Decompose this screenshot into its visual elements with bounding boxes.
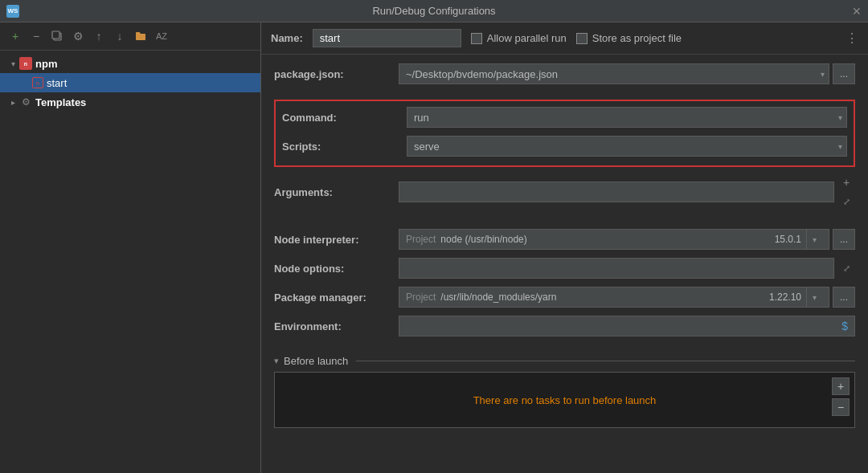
package-manager-path: /usr/lib/node_modules/yarn [440,292,556,303]
arguments-input[interactable] [399,181,834,202]
package-manager-label: Package manager: [274,292,399,304]
package-json-controls: ~/Desktop/bvdemo/package.json ▾ ... [399,63,855,84]
config-header: Name: Allow parallel run Store as projec… [261,22,868,55]
package-manager-project: Project [406,292,436,303]
node-interpreter-label: Node interpreter: [274,234,399,246]
package-manager-display: Project /usr/lib/node_modules/yarn 1.22.… [399,287,829,308]
allow-parallel-group: Allow parallel run [471,32,567,44]
arguments-actions: + ⤢ [837,173,855,210]
copy-button[interactable] [48,27,66,45]
start-icon: n [32,77,43,88]
environment-controls: $ [399,316,855,336]
sort-button[interactable]: AZ [153,27,170,45]
package-manager-dropdown-button[interactable]: ▾ [806,287,822,307]
arguments-row: Arguments: + ⤢ [261,170,868,214]
package-manager-version: 1.22.10 [769,292,801,303]
tree-item-npm[interactable]: ▾ n npm [0,54,260,73]
store-as-project-label: Store as project file [592,32,682,44]
before-launch-toggle[interactable]: ▾ [274,356,279,366]
before-launch-divider [356,361,855,361]
name-input[interactable] [313,29,461,47]
before-launch-box: There are no tasks to run before launch … [274,372,855,428]
up-button[interactable]: ↑ [90,27,108,45]
more-options-button[interactable]: ⋮ [845,31,858,46]
package-json-select-wrapper: ~/Desktop/bvdemo/package.json ▾ [399,63,829,84]
command-label: Command: [282,112,407,124]
scripts-row: Scripts: serve ▾ [282,133,847,159]
node-interpreter-dropdown-button[interactable]: ▾ [806,230,822,249]
right-panel: Name: Allow parallel run Store as projec… [261,22,868,473]
package-json-browse-button[interactable]: ... [833,63,855,84]
environment-label: Environment: [274,320,399,332]
tree-item-label-templates: Templates [35,96,86,108]
folder-button[interactable] [132,27,149,45]
before-launch-title: Before launch [284,355,348,367]
down-button[interactable]: ↓ [111,27,129,45]
before-launch-remove-button[interactable]: − [832,398,850,416]
arguments-add-button[interactable]: + [837,173,855,191]
name-label: Name: [271,32,303,44]
before-launch-add-button[interactable]: + [832,377,850,395]
package-manager-row: Package manager: Project /usr/lib/node_m… [274,284,855,310]
add-button[interactable]: + [6,27,24,45]
environment-display[interactable]: $ [399,316,855,336]
package-json-row: package.json: ~/Desktop/bvdemo/package.j… [274,61,855,87]
allow-parallel-label: Allow parallel run [487,32,567,44]
allow-parallel-checkbox[interactable] [471,33,482,44]
store-as-project-group: Store as project file [576,32,682,44]
tree-item-label-start: start [47,77,67,89]
command-row: Command: run ▾ [282,104,847,130]
package-json-select[interactable]: ~/Desktop/bvdemo/package.json [399,63,829,84]
title-bar: WS Run/Debug Configurations ✕ [0,0,868,22]
scripts-select-wrapper: serve ▾ [407,136,847,157]
node-interpreter-path: node (/usr/bin/node) [440,234,526,245]
store-as-project-checkbox[interactable] [576,33,588,44]
node-interpreter-section: Node interpreter: Project node (/usr/bin… [261,220,868,349]
package-manager-controls: Project /usr/lib/node_modules/yarn 1.22.… [399,287,855,308]
before-launch-empty-message: There are no tasks to run before launch [473,394,657,406]
package-json-label: package.json: [274,68,399,80]
node-interpreter-project: Project [406,234,436,245]
package-manager-browse-button[interactable]: ... [833,287,855,308]
tree-item-start[interactable]: n start [0,73,260,92]
node-options-expand-button[interactable]: ⤢ [837,259,855,277]
highlighted-section: Command: run ▾ Scripts: serve [274,100,855,167]
tree-area: ▾ n npm n start ▸ ⚙ Templates [0,51,260,473]
remove-button[interactable]: − [27,27,45,45]
npm-icon: n [19,57,32,70]
node-interpreter-controls: Project node (/usr/bin/node) 15.0.1 ▾ ..… [399,229,855,250]
config-body: package.json: ~/Desktop/bvdemo/package.j… [261,55,868,473]
node-interpreter-browse-button[interactable]: ... [833,229,855,250]
main-container: + − ⚙ ↑ ↓ AZ ▾ n [0,22,868,473]
node-options-input[interactable] [399,258,834,279]
package-json-section: package.json: ~/Desktop/bvdemo/package.j… [261,55,868,96]
scripts-select[interactable]: serve [407,136,847,157]
templates-icon: ⚙ [19,96,32,108]
node-options-label: Node options: [274,263,399,275]
tree-item-label-npm: npm [35,58,57,70]
app-icon: WS [6,5,19,18]
before-launch-header: ▾ Before launch [274,355,855,367]
command-select-wrapper: run ▾ [407,107,847,128]
arguments-expand-button[interactable]: ⤢ [837,193,855,210]
environment-row: Environment: $ [274,313,855,339]
chevron-down-icon: ▾ [6,57,19,70]
arguments-label: Arguments: [274,186,399,198]
node-interpreter-row: Node interpreter: Project node (/usr/bin… [274,226,855,252]
command-select[interactable]: run [407,107,847,128]
node-options-row: Node options: ⤢ [274,255,855,281]
sidebar: + − ⚙ ↑ ↓ AZ ▾ n [0,22,261,473]
scripts-label: Scripts: [282,141,407,153]
sidebar-toolbar: + − ⚙ ↑ ↓ AZ [0,22,260,51]
environment-icon: $ [841,320,848,332]
svg-rect-1 [52,31,59,39]
node-options-controls: ⤢ [399,258,855,279]
tree-item-templates[interactable]: ▸ ⚙ Templates [0,92,260,112]
window-title: Run/Debug Configurations [372,5,495,17]
node-interpreter-display: Project node (/usr/bin/node) 15.0.1 ▾ [399,229,829,250]
settings-button[interactable]: ⚙ [69,27,87,45]
spacer [261,214,868,220]
close-icon[interactable]: ✕ [852,5,862,18]
node-version: 15.0.1 [775,234,801,245]
chevron-right-icon: ▸ [6,96,19,108]
